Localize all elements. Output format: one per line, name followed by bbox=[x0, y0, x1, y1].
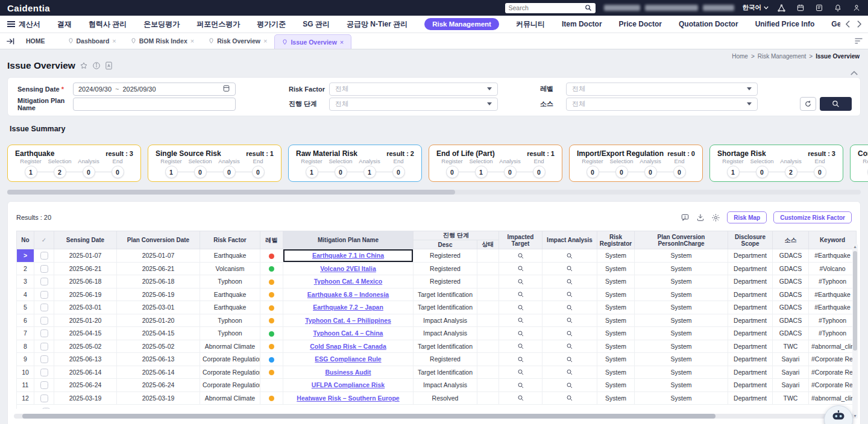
table-row[interactable]: 5 2025-03-01 2025-03-01 Earthquake Earth… bbox=[17, 301, 857, 314]
magnifier-icon[interactable] bbox=[517, 330, 524, 337]
magnifier-icon[interactable] bbox=[517, 394, 524, 402]
tab-risk-overview[interactable]: Risk Overview× bbox=[201, 33, 274, 49]
row-checkbox[interactable] bbox=[40, 278, 48, 285]
impacted-target-cell[interactable] bbox=[499, 391, 542, 405]
row-checkbox[interactable] bbox=[40, 381, 48, 389]
tab-dashboard[interactable]: Dashboard× bbox=[61, 33, 124, 49]
hierarchy-icon[interactable] bbox=[777, 4, 786, 13]
summary-card[interactable]: Raw Material Risk result : 2 Register 1 … bbox=[288, 145, 422, 182]
mitigation-plan-link[interactable]: Volcano 2VEI Italia bbox=[320, 265, 376, 272]
magnifier-icon[interactable] bbox=[566, 330, 573, 337]
user-icon[interactable] bbox=[852, 4, 861, 12]
impacted-target-cell[interactable] bbox=[499, 366, 542, 379]
nav-item[interactable]: 커뮤니티 bbox=[516, 19, 545, 30]
magnifier-icon[interactable] bbox=[566, 394, 573, 402]
magnifier-icon[interactable] bbox=[517, 278, 524, 285]
row-checkbox[interactable] bbox=[40, 343, 48, 351]
nav-item[interactable]: 온보딩평가 bbox=[143, 19, 180, 30]
nav-item[interactable]: SG 관리 bbox=[303, 19, 330, 30]
tab-home[interactable]: HOME bbox=[26, 33, 45, 49]
language-selector[interactable]: 한국어 bbox=[743, 4, 769, 12]
col-person-in-charge[interactable]: Plan Conversion PersonInCharge bbox=[635, 231, 728, 249]
tab-issue-overview[interactable]: Issue Overview× bbox=[274, 34, 351, 49]
nav-item[interactable]: Risk Management bbox=[424, 18, 499, 30]
global-search-input[interactable] bbox=[509, 4, 585, 11]
row-checkbox[interactable] bbox=[40, 252, 48, 260]
source-select[interactable]: 전체 bbox=[566, 98, 758, 111]
table-row[interactable]: > 2025-01-07 2025-01-07 Earthquake Earth… bbox=[17, 249, 857, 263]
close-icon[interactable]: × bbox=[190, 37, 194, 45]
table-horizontal-scrollbar[interactable] bbox=[14, 414, 854, 419]
row-checkbox[interactable] bbox=[40, 317, 48, 325]
hamburger-icon[interactable] bbox=[7, 21, 15, 27]
row-checkbox[interactable] bbox=[40, 355, 48, 363]
search-icon[interactable] bbox=[585, 4, 592, 11]
table-row[interactable]: 9 2025-06-13 2025-06-13 Corporate Regula… bbox=[17, 353, 857, 366]
table-row[interactable]: 12 2025-03-19 2025-03-19 Abnormal Climat… bbox=[17, 391, 857, 405]
col-mitigation-plan-name[interactable]: Mitigation Plan Name bbox=[283, 231, 414, 249]
impact-analysis-cell[interactable] bbox=[542, 327, 597, 340]
calendar-picker-icon[interactable] bbox=[222, 84, 230, 93]
mitigation-plan-link[interactable]: UFLPA Compliance Risk bbox=[312, 381, 385, 388]
global-search[interactable] bbox=[505, 3, 596, 13]
favorite-star-icon[interactable] bbox=[80, 61, 88, 70]
mitigation-plan-link[interactable]: ESG Compliance Rule bbox=[315, 355, 381, 363]
close-icon[interactable]: × bbox=[112, 37, 116, 45]
impacted-target-cell[interactable] bbox=[499, 314, 542, 327]
magnifier-icon[interactable] bbox=[517, 382, 524, 389]
magnifier-icon[interactable] bbox=[566, 291, 573, 298]
magnifier-icon[interactable] bbox=[517, 317, 524, 324]
summary-card[interactable]: Shortage Risk result : 3 Register 1 Sele… bbox=[709, 145, 843, 182]
col-impacted-target[interactable]: Impacted Target bbox=[499, 231, 542, 249]
mitigation-plan-link[interactable]: Typhoon Cat. 4 – Philippines bbox=[305, 317, 391, 324]
breadcrumb-risk-management[interactable]: Risk Management bbox=[758, 53, 807, 60]
mitigation-plan-link[interactable]: Heatwave Risk – Southern Europe bbox=[297, 394, 399, 402]
col-level[interactable]: 레벨 bbox=[260, 231, 283, 249]
row-checkbox[interactable] bbox=[40, 291, 48, 299]
col-risk-factor[interactable]: Risk Factor bbox=[200, 231, 260, 249]
horizontal-scroll-thumb[interactable] bbox=[22, 414, 715, 419]
magnifier-icon[interactable] bbox=[566, 382, 573, 389]
table-row[interactable]: 7 2025-04-15 2025-04-15 Typhoon Typhoon … bbox=[17, 327, 857, 340]
impact-analysis-cell[interactable] bbox=[542, 340, 597, 353]
impact-analysis-cell[interactable] bbox=[542, 366, 597, 379]
gear-icon[interactable] bbox=[711, 213, 720, 222]
col-sensing-date[interactable]: Sensing Date bbox=[54, 231, 117, 249]
stage-select[interactable]: 전체 bbox=[329, 98, 498, 111]
nav-next-icon[interactable] bbox=[857, 20, 862, 28]
magnifier-icon[interactable] bbox=[517, 291, 524, 298]
col-select-all[interactable]: ✓ bbox=[34, 231, 54, 249]
level-select[interactable]: 전체 bbox=[566, 83, 758, 96]
breadcrumb-home[interactable]: Home bbox=[732, 53, 748, 60]
cards-scrollbar-thumb[interactable] bbox=[7, 190, 455, 195]
close-icon[interactable]: × bbox=[263, 37, 267, 45]
summary-card[interactable]: Single Source Risk result : 1 Register 1… bbox=[148, 145, 281, 182]
table-row[interactable]: 10 2025-06-14 2025-06-14 Corporate Regul… bbox=[17, 366, 857, 379]
magnifier-icon[interactable] bbox=[566, 265, 573, 272]
tab-options-icon[interactable] bbox=[854, 37, 863, 45]
summary-card[interactable]: Earthquake result : 3 Register 1 Selecti… bbox=[7, 145, 141, 182]
magnifier-icon[interactable] bbox=[566, 278, 573, 285]
magnifier-icon[interactable] bbox=[566, 369, 573, 376]
magnifier-icon[interactable] bbox=[566, 317, 573, 324]
impacted-target-cell[interactable] bbox=[499, 353, 542, 366]
row-checkbox[interactable] bbox=[40, 304, 48, 311]
sensing-date-to[interactable]: 2025/09/30 bbox=[123, 86, 156, 93]
impact-analysis-cell[interactable] bbox=[542, 379, 597, 392]
impacted-target-cell[interactable] bbox=[499, 275, 542, 288]
impacted-target-cell[interactable] bbox=[499, 301, 542, 314]
nav-item[interactable]: Price Doctor bbox=[619, 20, 662, 28]
info-icon[interactable] bbox=[92, 61, 101, 70]
reset-filters-button[interactable] bbox=[800, 97, 816, 111]
row-checkbox[interactable] bbox=[40, 369, 48, 376]
mitigation-plan-link[interactable]: Cold Snap Risk – Canada bbox=[310, 343, 386, 350]
tab-bom-risk-index[interactable]: BOM Risk Index× bbox=[124, 33, 201, 49]
magnifier-icon[interactable] bbox=[517, 369, 524, 376]
impacted-target-cell[interactable] bbox=[499, 379, 542, 392]
row-checkbox[interactable] bbox=[40, 394, 48, 402]
impact-analysis-cell[interactable] bbox=[542, 353, 597, 366]
impacted-target-cell[interactable] bbox=[499, 262, 542, 275]
nav-item[interactable]: 계산서 bbox=[19, 19, 40, 30]
mitigation-plan-link[interactable]: Earthquake 7.1 in China bbox=[312, 252, 384, 259]
cards-scrollbar[interactable] bbox=[7, 190, 861, 195]
